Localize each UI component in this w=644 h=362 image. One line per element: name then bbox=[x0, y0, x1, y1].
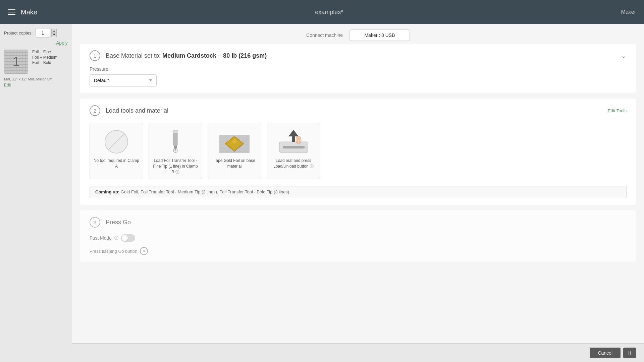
section1-header: 1 Base Material set to: Medium Cardstock… bbox=[90, 50, 627, 61]
press-go-row: Press flashing Go button ✕ bbox=[90, 247, 627, 255]
tool-card-no-tool: No tool required in Clamp A bbox=[90, 123, 143, 179]
section3-title: Press Go bbox=[106, 219, 627, 226]
bottom-bar: Cancel ⏸ bbox=[72, 343, 644, 362]
step2-circle: 2 bbox=[90, 105, 100, 116]
tool-cards: No tool required in Clamp A bbox=[90, 123, 627, 179]
section-load-tools: 2 Load tools and material Edit Tools No … bbox=[80, 99, 636, 205]
mat-meta: Mat, 12" x 12" Mat, Mirror Off Edit bbox=[4, 76, 68, 88]
pressure-select[interactable]: Default More Less bbox=[90, 74, 157, 86]
fast-mode-row: Fast Mode ⓘ bbox=[90, 234, 627, 242]
section2-header: 2 Load tools and material Edit Tools bbox=[90, 105, 627, 116]
copies-down-btn[interactable]: ▼ bbox=[51, 33, 57, 37]
step1-circle: 1 bbox=[90, 50, 100, 61]
project-copies-label: Project copies: bbox=[4, 31, 33, 36]
cancel-button[interactable]: Cancel bbox=[590, 348, 621, 358]
foil-fine-label: Foil – Fine bbox=[32, 50, 57, 54]
no-tool-label: No tool required in Clamp A bbox=[93, 158, 140, 169]
svg-rect-0 bbox=[173, 131, 177, 146]
machine-name-header: Maker bbox=[621, 9, 636, 15]
foil-bold-label: Foil – Bold bbox=[32, 60, 57, 65]
connect-bar: Connect machine Maker : 8 USB bbox=[72, 24, 644, 44]
section1-prefix: Base Material set to: bbox=[106, 52, 162, 59]
coming-up-bar: Coming up: Gold Foil, Foil Transfer Tool… bbox=[90, 186, 627, 198]
mat-info: Foil – Fine Foil – Medium Foil – Bold bbox=[32, 50, 57, 66]
tool-card-foil-tool: Load Foil Transfer Tool - Fine Tip (1 li… bbox=[149, 123, 202, 179]
load-mat-info-icon[interactable]: ⓘ bbox=[310, 164, 314, 169]
sidebar: Project copies: ▲ ▼ Apply 1 Foil – Fine … bbox=[0, 24, 72, 362]
menu-icon[interactable] bbox=[8, 9, 15, 15]
pressure-wrap: Default More Less bbox=[90, 74, 627, 86]
make-title: Make bbox=[21, 8, 37, 16]
section1-material: Medium Cardstock – 80 lb (216 gsm) bbox=[162, 52, 267, 59]
foil-tool-info-icon[interactable]: ⓘ bbox=[175, 170, 179, 174]
go-icon: ✕ bbox=[140, 247, 148, 255]
no-tool-circle-icon bbox=[105, 130, 128, 154]
connect-label: Connect machine bbox=[306, 33, 343, 38]
foil-medium-label: Foil – Medium bbox=[32, 55, 57, 60]
step3-circle: 3 bbox=[90, 217, 100, 228]
edit-link[interactable]: Edit bbox=[4, 83, 11, 87]
mat-preview: 1 Foil – Fine Foil – Medium Foil – Bold bbox=[4, 50, 68, 74]
foil-mat-label: Tape Gold Foil on base material bbox=[211, 158, 258, 169]
mat-thumbnail: 1 bbox=[4, 50, 28, 74]
main-content: Connect machine Maker : 8 USB 1 Base Mat… bbox=[72, 24, 644, 362]
fast-mode-label: Fast Mode bbox=[90, 235, 112, 241]
mat-size-label: Mat, 12" x 12" Mat, Mirror Off bbox=[4, 76, 68, 82]
foil-tool-icon bbox=[159, 128, 192, 155]
edit-tools-link[interactable]: Edit Tools bbox=[608, 108, 627, 113]
section1-chevron[interactable]: ⌄ bbox=[621, 52, 627, 60]
fast-mode-toggle[interactable] bbox=[121, 234, 135, 242]
mat-number: 1 bbox=[13, 55, 19, 69]
machine-button[interactable]: Maker : 8 USB bbox=[350, 29, 410, 41]
pressure-label: Pressure bbox=[90, 66, 627, 72]
section1-title: Base Material set to: Medium Cardstock –… bbox=[106, 52, 615, 59]
project-title: examples* bbox=[315, 9, 343, 16]
load-mat-label: Load mat and press Load/Unload button ⓘ bbox=[270, 158, 317, 169]
fast-mode-info-icon: ⓘ bbox=[114, 235, 118, 241]
coming-up-label: Coming up: bbox=[95, 189, 121, 194]
section3-header: 3 Press Go bbox=[90, 217, 627, 228]
svg-rect-3 bbox=[173, 130, 178, 133]
top-bar: Make examples* Maker bbox=[0, 0, 644, 24]
tool-card-load-mat: Load mat and press Load/Unload button ⓘ bbox=[267, 123, 320, 179]
toggle-thumb bbox=[122, 235, 128, 241]
section-press-go: 3 Press Go Fast Mode ⓘ Press flashing Go… bbox=[80, 210, 636, 262]
press-go-text: Press flashing Go button bbox=[90, 249, 137, 254]
coming-up-text: Gold Foil, Foil Transfer Tool - Medium T… bbox=[121, 189, 289, 194]
svg-rect-20 bbox=[283, 146, 305, 148]
copies-up-btn[interactable]: ▲ bbox=[51, 29, 57, 33]
section-base-material: 1 Base Material set to: Medium Cardstock… bbox=[80, 44, 636, 93]
foil-tool-label: Load Foil Transfer Tool - Fine Tip (1 li… bbox=[152, 158, 199, 175]
svg-rect-1 bbox=[174, 146, 177, 148]
foil-mat-icon bbox=[218, 128, 251, 155]
no-tool-icon bbox=[100, 128, 133, 155]
pause-button[interactable]: ⏸ bbox=[623, 348, 636, 358]
project-copies-row: Project copies: ▲ ▼ bbox=[4, 28, 68, 38]
tool-card-foil-mat: Tape Gold Foil on base material bbox=[208, 123, 261, 179]
svg-rect-23 bbox=[297, 138, 300, 143]
svg-point-5 bbox=[174, 149, 176, 152]
copies-input[interactable] bbox=[35, 28, 50, 38]
section2-title: Load tools and material bbox=[106, 107, 600, 114]
load-mat-icon bbox=[277, 128, 310, 155]
apply-button[interactable]: Apply bbox=[4, 40, 68, 46]
